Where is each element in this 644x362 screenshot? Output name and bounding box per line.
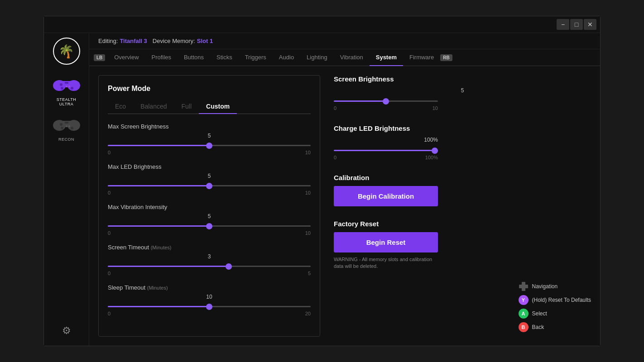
max-label: 10 — [305, 150, 311, 155]
sleep-timeout-slider[interactable] — [108, 306, 311, 307]
power-mode-title: Power Mode — [108, 85, 311, 93]
charge-led-title: Charge LED Brightness — [334, 124, 591, 132]
lb-badge: LB — [94, 54, 105, 61]
recon-icon — [52, 114, 81, 135]
screen-timeout-range: 0 5 — [108, 271, 311, 276]
device-memory-label: Device Memory: — [153, 38, 195, 44]
max-led-brightness-label: Max LED Brightness — [108, 163, 311, 170]
stealth-ultra-label: STEALTHULTRA — [57, 97, 76, 106]
editing-label: Editing: — [98, 38, 118, 44]
max-screen-brightness-row: Max Screen Brightness 5 0 10 — [108, 123, 311, 155]
charge-led-display: 100% — [334, 137, 438, 143]
svg-point-5 — [68, 86, 70, 87]
sidebar: 🌴 STEALTHULT — [44, 33, 89, 346]
editing-value: Titanfall 3 — [120, 38, 147, 44]
device-stealth-ultra[interactable]: STEALTHULTRA — [52, 74, 81, 106]
max-screen-brightness-label: Max Screen Brightness — [108, 123, 168, 130]
factory-reset-warning: WARNING - All memory slots and calibrati… — [334, 256, 438, 270]
title-bar: − □ ✕ — [44, 16, 600, 33]
screen-brightness-display: 5 — [334, 87, 591, 94]
nav-hint-b: B Back — [519, 322, 591, 332]
tab-firmware[interactable]: Firmware — [403, 49, 440, 66]
begin-calibration-button[interactable]: Begin Calibration — [334, 186, 438, 206]
tab-overview[interactable]: Overview — [108, 49, 145, 66]
tab-system[interactable]: System — [370, 49, 403, 66]
screen-brightness-range: 0 10 — [334, 105, 438, 111]
header: Editing: Titanfall 3 Device Memory: Slot… — [89, 33, 600, 49]
minimize-button[interactable]: − — [557, 19, 569, 30]
navigation-hint-label: Navigation — [532, 283, 558, 290]
charge-led-section: Charge LED Brightness 100% 0 100% — [334, 124, 591, 160]
min-label: 0 — [108, 150, 111, 155]
screen-timeout-value: 3 — [108, 253, 311, 260]
factory-reset-section: Factory Reset Begin Reset WARNING - All … — [334, 220, 591, 270]
tab-audio[interactable]: Audio — [273, 49, 300, 66]
calibration-title: Calibration — [334, 174, 591, 181]
tab-vibration[interactable]: Vibration — [334, 49, 370, 66]
screen-brightness-section: Screen Brightness 5 0 10 — [334, 75, 591, 111]
tab-sticks[interactable]: Sticks — [210, 49, 239, 66]
recon-label: RECON — [58, 137, 74, 142]
logo-icon: 🌴 — [58, 44, 74, 59]
screen-timeout-slider[interactable] — [108, 266, 311, 267]
dpad-icon — [519, 281, 529, 291]
sleep-timeout-range: 0 20 — [108, 311, 311, 316]
a-hint-label: Select — [532, 310, 547, 317]
max-vibration-range: 0 10 — [108, 230, 311, 236]
max-vibration-intensity-row: Max Vibration Intensity 5 0 10 — [108, 204, 311, 236]
screen-brightness-slider[interactable] — [334, 100, 438, 102]
max-led-brightness-value: 5 — [108, 173, 311, 179]
svg-rect-22 — [522, 285, 525, 288]
logo: 🌴 — [53, 38, 80, 65]
mode-balanced[interactable]: Balanced — [133, 100, 174, 113]
tab-triggers[interactable]: Triggers — [239, 49, 273, 66]
mode-eco[interactable]: Eco — [108, 100, 133, 113]
device-memory-value: Slot 1 — [197, 38, 213, 44]
svg-point-7 — [71, 87, 73, 90]
charge-led-slider[interactable] — [334, 150, 438, 151]
nav-tabs: LB Overview Profiles Buttons Sticks Trig… — [89, 49, 600, 66]
app-window: − □ ✕ 🌴 — [43, 16, 601, 346]
tab-profiles[interactable]: Profiles — [145, 49, 178, 66]
svg-point-4 — [66, 86, 67, 87]
close-button[interactable]: ✕ — [584, 19, 596, 30]
factory-reset-title: Factory Reset — [334, 220, 591, 228]
max-screen-brightness-slider[interactable] — [108, 145, 311, 146]
tab-buttons[interactable]: Buttons — [178, 49, 210, 66]
begin-reset-button[interactable]: Begin Reset — [334, 232, 438, 252]
settings-icon[interactable]: ⚙ — [62, 325, 71, 336]
y-hint-label: (Hold) Reset To Defaults — [532, 297, 591, 303]
maximize-button[interactable]: □ — [570, 19, 583, 30]
stealth-ultra-icon — [52, 74, 81, 95]
sleep-timeout-label: Sleep Timeout (Minutes) — [108, 284, 311, 291]
mode-tabs: Eco Balanced Full Custom — [108, 100, 311, 114]
max-vibration-value: 5 — [108, 213, 311, 219]
screen-timeout-label: Screen Timeout (Minutes) — [108, 244, 311, 251]
y-button-icon: Y — [519, 295, 529, 305]
screen-brightness-title: Screen Brightness — [334, 75, 591, 83]
max-led-brightness-range: 0 10 — [108, 190, 311, 195]
power-mode-panel: Power Mode Eco Balanced Full Custom Max … — [98, 75, 320, 337]
svg-point-3 — [61, 87, 63, 90]
max-screen-brightness-range: 0 10 — [108, 150, 311, 155]
max-led-brightness-slider[interactable] — [108, 185, 311, 186]
max-vibration-label: Max Vibration Intensity — [108, 204, 311, 210]
svg-point-16 — [71, 127, 73, 129]
tab-lighting[interactable]: Lighting — [300, 49, 334, 66]
nav-hints: Navigation Y (Hold) Reset To Defaults A … — [519, 281, 591, 332]
a-button-icon: A — [519, 309, 529, 319]
svg-point-8 — [60, 83, 62, 86]
screen-timeout-row: Screen Timeout (Minutes) 3 0 5 — [108, 244, 311, 276]
svg-point-14 — [68, 125, 70, 127]
svg-point-17 — [60, 123, 62, 126]
mode-full[interactable]: Full — [174, 100, 199, 113]
main-content: 🌴 STEALTHULT — [44, 33, 600, 346]
rb-badge: RB — [440, 54, 452, 61]
calibration-section: Calibration Begin Calibration — [334, 174, 591, 206]
mode-custom[interactable]: Custom — [199, 100, 237, 114]
svg-rect-6 — [65, 82, 68, 84]
device-recon[interactable]: RECON — [52, 114, 81, 142]
max-vibration-slider[interactable] — [108, 225, 311, 227]
svg-point-12 — [61, 127, 63, 129]
nav-hint-y: Y (Hold) Reset To Defaults — [519, 295, 591, 305]
